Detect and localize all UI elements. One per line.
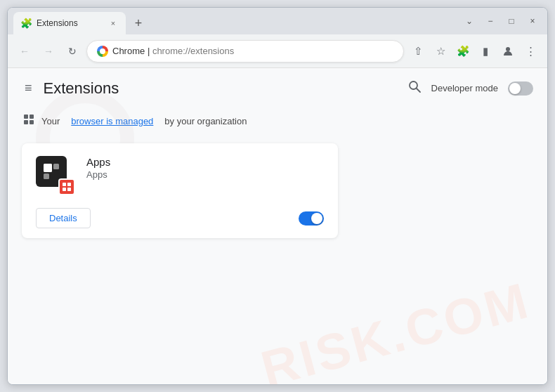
chevron-down-icon: ⌄ (463, 15, 476, 27)
svg-rect-6 (30, 115, 34, 119)
forward-button[interactable]: → (39, 41, 58, 61)
svg-rect-15 (63, 188, 66, 191)
page-content: RISK.COM ≡ Extensions Developer mode (8, 68, 547, 384)
url-bar[interactable]: Chrome | chrome://extensions (86, 40, 404, 63)
close-button[interactable]: × (526, 15, 539, 27)
search-icon[interactable] (407, 79, 422, 97)
extensions-icon[interactable]: 🧩 (453, 41, 473, 61)
managed-icon (22, 112, 36, 129)
svg-rect-16 (67, 188, 71, 191)
url-separator: | (148, 46, 152, 56)
sidebar-icon[interactable]: ▮ (476, 41, 495, 61)
svg-rect-5 (24, 115, 28, 119)
developer-mode-label: Developer mode (431, 83, 498, 93)
svg-point-0 (506, 47, 510, 51)
url-display: Chrome | chrome://extensions (112, 46, 393, 56)
svg-rect-7 (24, 120, 28, 124)
developer-mode-toggle[interactable] (508, 81, 533, 96)
title-area: ≡ Extensions (22, 78, 119, 98)
extension-icon-area (36, 156, 75, 195)
page-title: Extensions (44, 79, 119, 98)
header-right: Developer mode (407, 79, 533, 97)
svg-rect-8 (30, 120, 34, 124)
extension-info: Apps Apps (86, 156, 324, 180)
url-site-name: Chrome (112, 46, 145, 56)
profile-icon[interactable] (498, 41, 518, 61)
managed-link[interactable]: browser is managed (71, 116, 153, 126)
toolbar-icons: ⇧ ☆ 🧩 ▮ ⋮ (408, 41, 540, 61)
managed-text-before: Your (41, 116, 60, 126)
tab-bar: 🧩 Extensions × + ⌄ − □ × (8, 8, 547, 34)
tab-extensions-icon: 🧩 (20, 18, 32, 29)
card-body: Apps Apps (36, 156, 324, 195)
hamburger-icon[interactable]: ≡ (22, 78, 35, 98)
url-path: chrome://extensions (152, 46, 234, 56)
extension-sub-icon (58, 178, 75, 195)
tab-close-button[interactable]: × (107, 18, 119, 29)
svg-rect-13 (63, 183, 66, 186)
extensions-header: ≡ Extensions Developer mode (8, 68, 547, 105)
extension-name: Apps (86, 156, 324, 168)
bookmark-icon[interactable]: ☆ (431, 41, 450, 61)
watermark-text: RISK.COM (255, 271, 536, 384)
svg-rect-12 (44, 174, 49, 179)
details-button[interactable]: Details (36, 208, 91, 228)
svg-rect-11 (53, 164, 59, 169)
managed-message: Your browser is managed by your organiza… (8, 105, 547, 136)
share-icon[interactable]: ⇧ (408, 41, 428, 61)
extension-enable-toggle[interactable] (299, 211, 324, 226)
card-footer: Details (36, 208, 324, 228)
managed-text-after: by your organization (164, 116, 247, 126)
extension-card: Apps Apps Details (22, 143, 338, 238)
svg-rect-10 (44, 164, 52, 172)
svg-line-4 (417, 89, 420, 92)
minimize-button[interactable]: − (484, 15, 497, 27)
extension-description: Apps (86, 169, 324, 180)
active-tab[interactable]: 🧩 Extensions × (13, 12, 126, 34)
tab-title: Extensions (37, 18, 103, 28)
maximize-button[interactable]: □ (505, 15, 518, 27)
back-button[interactable]: ← (15, 41, 34, 61)
site-favicon (97, 46, 108, 57)
svg-point-3 (410, 81, 417, 89)
address-bar: ← → ↻ Chrome | chrome://extensions ⇧ ☆ 🧩… (8, 34, 547, 68)
svg-rect-14 (67, 183, 71, 186)
extension-list: Apps Apps Details (8, 136, 547, 245)
new-tab-button[interactable]: + (129, 13, 148, 33)
window-controls: ⌄ − □ × (463, 15, 539, 27)
reload-button[interactable]: ↻ (63, 41, 82, 61)
browser-window: 🧩 Extensions × + ⌄ − □ × ← → ↻ Chrome | … (7, 7, 548, 385)
menu-icon[interactable]: ⋮ (521, 41, 540, 61)
